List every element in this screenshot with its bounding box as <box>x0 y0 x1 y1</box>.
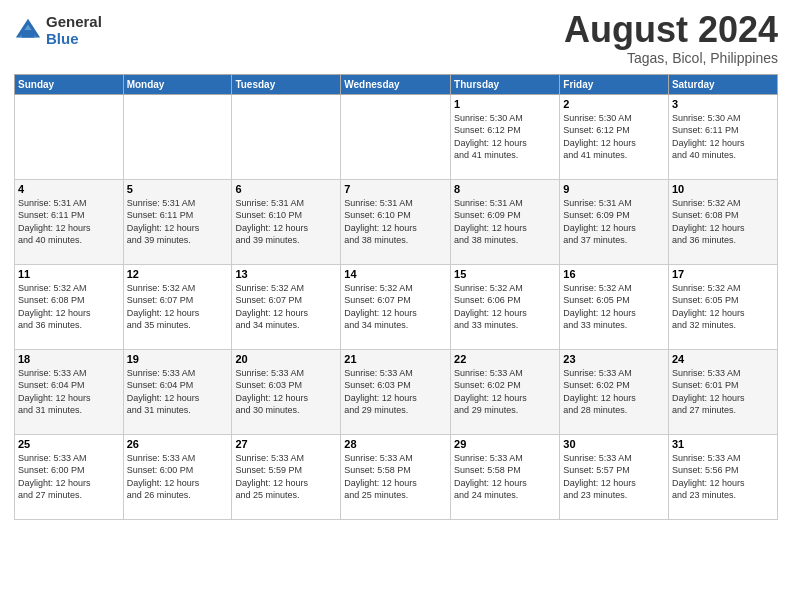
day-number: 10 <box>672 183 774 195</box>
day-number: 9 <box>563 183 665 195</box>
week-row-4: 18Sunrise: 5:33 AM Sunset: 6:04 PM Dayli… <box>15 349 778 434</box>
day-info: Sunrise: 5:30 AM Sunset: 6:12 PM Dayligh… <box>563 112 665 162</box>
calendar-cell: 7Sunrise: 5:31 AM Sunset: 6:10 PM Daylig… <box>341 179 451 264</box>
day-info: Sunrise: 5:32 AM Sunset: 6:07 PM Dayligh… <box>235 282 337 332</box>
day-number: 24 <box>672 353 774 365</box>
col-tuesday: Tuesday <box>232 74 341 94</box>
day-info: Sunrise: 5:32 AM Sunset: 6:08 PM Dayligh… <box>672 197 774 247</box>
page: General Blue August 2024 Tagas, Bicol, P… <box>0 0 792 612</box>
day-number: 27 <box>235 438 337 450</box>
week-row-3: 11Sunrise: 5:32 AM Sunset: 6:08 PM Dayli… <box>15 264 778 349</box>
col-friday: Friday <box>560 74 669 94</box>
calendar-cell: 2Sunrise: 5:30 AM Sunset: 6:12 PM Daylig… <box>560 94 669 179</box>
day-number: 17 <box>672 268 774 280</box>
day-info: Sunrise: 5:33 AM Sunset: 6:04 PM Dayligh… <box>18 367 120 417</box>
calendar-cell: 4Sunrise: 5:31 AM Sunset: 6:11 PM Daylig… <box>15 179 124 264</box>
calendar-cell: 8Sunrise: 5:31 AM Sunset: 6:09 PM Daylig… <box>451 179 560 264</box>
week-row-5: 25Sunrise: 5:33 AM Sunset: 6:00 PM Dayli… <box>15 434 778 519</box>
calendar-cell: 12Sunrise: 5:32 AM Sunset: 6:07 PM Dayli… <box>123 264 232 349</box>
calendar-cell: 27Sunrise: 5:33 AM Sunset: 5:59 PM Dayli… <box>232 434 341 519</box>
day-info: Sunrise: 5:32 AM Sunset: 6:05 PM Dayligh… <box>563 282 665 332</box>
day-info: Sunrise: 5:32 AM Sunset: 6:08 PM Dayligh… <box>18 282 120 332</box>
svg-rect-2 <box>21 30 34 37</box>
day-info: Sunrise: 5:31 AM Sunset: 6:09 PM Dayligh… <box>563 197 665 247</box>
calendar-cell <box>232 94 341 179</box>
day-info: Sunrise: 5:31 AM Sunset: 6:10 PM Dayligh… <box>235 197 337 247</box>
day-number: 15 <box>454 268 556 280</box>
calendar-cell: 30Sunrise: 5:33 AM Sunset: 5:57 PM Dayli… <box>560 434 669 519</box>
day-info: Sunrise: 5:33 AM Sunset: 5:58 PM Dayligh… <box>454 452 556 502</box>
day-number: 31 <box>672 438 774 450</box>
calendar-cell: 15Sunrise: 5:32 AM Sunset: 6:06 PM Dayli… <box>451 264 560 349</box>
location: Tagas, Bicol, Philippines <box>564 50 778 66</box>
day-number: 7 <box>344 183 447 195</box>
col-monday: Monday <box>123 74 232 94</box>
calendar-cell: 13Sunrise: 5:32 AM Sunset: 6:07 PM Dayli… <box>232 264 341 349</box>
day-info: Sunrise: 5:32 AM Sunset: 6:06 PM Dayligh… <box>454 282 556 332</box>
day-info: Sunrise: 5:31 AM Sunset: 6:11 PM Dayligh… <box>127 197 229 247</box>
day-info: Sunrise: 5:32 AM Sunset: 6:05 PM Dayligh… <box>672 282 774 332</box>
week-row-1: 1Sunrise: 5:30 AM Sunset: 6:12 PM Daylig… <box>15 94 778 179</box>
day-info: Sunrise: 5:30 AM Sunset: 6:11 PM Dayligh… <box>672 112 774 162</box>
day-info: Sunrise: 5:33 AM Sunset: 6:04 PM Dayligh… <box>127 367 229 417</box>
day-info: Sunrise: 5:33 AM Sunset: 6:02 PM Dayligh… <box>563 367 665 417</box>
calendar-cell: 22Sunrise: 5:33 AM Sunset: 6:02 PM Dayli… <box>451 349 560 434</box>
calendar-cell: 1Sunrise: 5:30 AM Sunset: 6:12 PM Daylig… <box>451 94 560 179</box>
day-number: 19 <box>127 353 229 365</box>
day-number: 18 <box>18 353 120 365</box>
day-number: 12 <box>127 268 229 280</box>
day-info: Sunrise: 5:33 AM Sunset: 5:58 PM Dayligh… <box>344 452 447 502</box>
day-number: 8 <box>454 183 556 195</box>
day-number: 16 <box>563 268 665 280</box>
logo: General Blue <box>14 14 102 47</box>
day-info: Sunrise: 5:33 AM Sunset: 6:02 PM Dayligh… <box>454 367 556 417</box>
logo-blue-text: Blue <box>46 31 102 48</box>
day-number: 5 <box>127 183 229 195</box>
day-info: Sunrise: 5:33 AM Sunset: 6:03 PM Dayligh… <box>344 367 447 417</box>
calendar-cell: 5Sunrise: 5:31 AM Sunset: 6:11 PM Daylig… <box>123 179 232 264</box>
calendar-cell: 26Sunrise: 5:33 AM Sunset: 6:00 PM Dayli… <box>123 434 232 519</box>
calendar-cell: 3Sunrise: 5:30 AM Sunset: 6:11 PM Daylig… <box>668 94 777 179</box>
col-saturday: Saturday <box>668 74 777 94</box>
day-number: 28 <box>344 438 447 450</box>
day-info: Sunrise: 5:33 AM Sunset: 6:00 PM Dayligh… <box>127 452 229 502</box>
calendar-cell: 19Sunrise: 5:33 AM Sunset: 6:04 PM Dayli… <box>123 349 232 434</box>
day-number: 22 <box>454 353 556 365</box>
month-title: August 2024 <box>564 10 778 50</box>
calendar-cell: 24Sunrise: 5:33 AM Sunset: 6:01 PM Dayli… <box>668 349 777 434</box>
calendar-table: Sunday Monday Tuesday Wednesday Thursday… <box>14 74 778 520</box>
day-number: 4 <box>18 183 120 195</box>
day-info: Sunrise: 5:32 AM Sunset: 6:07 PM Dayligh… <box>127 282 229 332</box>
col-thursday: Thursday <box>451 74 560 94</box>
header-row: Sunday Monday Tuesday Wednesday Thursday… <box>15 74 778 94</box>
day-number: 26 <box>127 438 229 450</box>
day-number: 29 <box>454 438 556 450</box>
day-number: 21 <box>344 353 447 365</box>
day-number: 6 <box>235 183 337 195</box>
calendar-cell: 21Sunrise: 5:33 AM Sunset: 6:03 PM Dayli… <box>341 349 451 434</box>
day-number: 1 <box>454 98 556 110</box>
logo-text: General Blue <box>46 14 102 47</box>
col-sunday: Sunday <box>15 74 124 94</box>
day-number: 2 <box>563 98 665 110</box>
calendar-cell: 9Sunrise: 5:31 AM Sunset: 6:09 PM Daylig… <box>560 179 669 264</box>
calendar-body: 1Sunrise: 5:30 AM Sunset: 6:12 PM Daylig… <box>15 94 778 519</box>
day-number: 14 <box>344 268 447 280</box>
calendar-cell: 18Sunrise: 5:33 AM Sunset: 6:04 PM Dayli… <box>15 349 124 434</box>
calendar-cell: 17Sunrise: 5:32 AM Sunset: 6:05 PM Dayli… <box>668 264 777 349</box>
day-number: 3 <box>672 98 774 110</box>
calendar-cell: 16Sunrise: 5:32 AM Sunset: 6:05 PM Dayli… <box>560 264 669 349</box>
calendar-cell: 10Sunrise: 5:32 AM Sunset: 6:08 PM Dayli… <box>668 179 777 264</box>
week-row-2: 4Sunrise: 5:31 AM Sunset: 6:11 PM Daylig… <box>15 179 778 264</box>
day-info: Sunrise: 5:33 AM Sunset: 5:59 PM Dayligh… <box>235 452 337 502</box>
calendar-cell: 25Sunrise: 5:33 AM Sunset: 6:00 PM Dayli… <box>15 434 124 519</box>
calendar-cell: 31Sunrise: 5:33 AM Sunset: 5:56 PM Dayli… <box>668 434 777 519</box>
day-info: Sunrise: 5:33 AM Sunset: 5:56 PM Dayligh… <box>672 452 774 502</box>
day-number: 25 <box>18 438 120 450</box>
day-number: 13 <box>235 268 337 280</box>
calendar-cell: 29Sunrise: 5:33 AM Sunset: 5:58 PM Dayli… <box>451 434 560 519</box>
day-info: Sunrise: 5:33 AM Sunset: 6:01 PM Dayligh… <box>672 367 774 417</box>
calendar-cell: 28Sunrise: 5:33 AM Sunset: 5:58 PM Dayli… <box>341 434 451 519</box>
day-info: Sunrise: 5:31 AM Sunset: 6:10 PM Dayligh… <box>344 197 447 247</box>
calendar-cell: 11Sunrise: 5:32 AM Sunset: 6:08 PM Dayli… <box>15 264 124 349</box>
